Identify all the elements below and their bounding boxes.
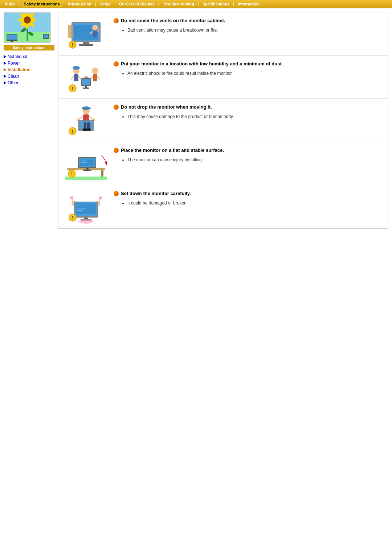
- svg-point-99: [79, 219, 93, 224]
- nav-information[interactable]: Information: [236, 1, 262, 7]
- svg-rect-17: [11, 41, 13, 42]
- instruction-image-2: !: [64, 61, 108, 93]
- svg-text:!: !: [72, 215, 73, 220]
- svg-line-46: [91, 76, 93, 80]
- orange-dot: [114, 18, 119, 23]
- nav-safety-instructions[interactable]: Safety Instructions: [22, 1, 62, 7]
- sidebar-item-notational[interactable]: Notational: [4, 53, 54, 60]
- orange-dot: [114, 191, 119, 196]
- svg-line-60: [89, 116, 93, 119]
- svg-point-6: [26, 24, 29, 29]
- orange-dot: [114, 61, 119, 66]
- svg-rect-90: [99, 197, 102, 199]
- svg-text:!: !: [72, 86, 73, 91]
- arrow-icon: [4, 68, 6, 72]
- sidebar: Safety Instructions Notational Power Ins…: [4, 12, 54, 229]
- svg-point-27: [92, 25, 98, 31]
- svg-rect-44: [93, 74, 97, 81]
- svg-rect-26: [68, 25, 73, 38]
- svg-line-59: [79, 116, 83, 119]
- svg-point-68: [86, 128, 91, 131]
- instruction-title-5: Set down the monitor carefully.: [114, 190, 382, 197]
- instruction-bullet-3: This may cause damage to the product or …: [122, 113, 382, 120]
- svg-rect-93: [76, 203, 96, 214]
- instruction-bullet-5: It could be damaged or broken.: [122, 200, 382, 206]
- svg-point-7: [18, 19, 23, 21]
- svg-rect-28: [93, 31, 97, 37]
- svg-rect-89: [70, 197, 73, 199]
- instruction-bullet-4: The monitor can cause injury by falling.: [122, 157, 382, 163]
- nav-index[interactable]: Index: [3, 1, 18, 7]
- svg-line-39: [71, 76, 74, 80]
- instruction-image-1: !: [64, 17, 108, 50]
- navbar: Index | Safety Instructions | Introducti…: [0, 0, 392, 8]
- svg-rect-19: [44, 35, 48, 38]
- nav-troubleshooting[interactable]: Troubleshooting: [161, 1, 196, 7]
- instruction-bullet-1: Bad ventilation may cause a breakdown or…: [122, 27, 382, 33]
- nav-setup[interactable]: Setup: [98, 1, 113, 7]
- instruction-image-3: !: [64, 104, 108, 137]
- instruction-image-5: !: [64, 190, 108, 223]
- orange-dot: [114, 148, 119, 153]
- instruction-text-1: Do not cover the vents on the monitor ca…: [114, 17, 382, 33]
- nav-introduction[interactable]: Introduction: [66, 1, 93, 7]
- instruction-text-2: Put your monitor in a location with low …: [114, 61, 382, 77]
- svg-rect-16: [7, 35, 17, 40]
- sidebar-item-other[interactable]: Other: [4, 80, 54, 86]
- svg-point-4: [24, 16, 31, 24]
- sidebar-hero-image: [4, 12, 51, 43]
- svg-text:!: !: [72, 42, 73, 48]
- instruction-image-4: !: [64, 147, 108, 180]
- svg-rect-38: [73, 66, 79, 69]
- sidebar-label: Safety Instructions: [4, 45, 54, 50]
- instruction-text-4: Place the monitor on a flat and stable s…: [114, 147, 382, 163]
- svg-text:!: !: [71, 171, 73, 177]
- instruction-text-3: Do not drop the monitor when moving it. …: [114, 104, 382, 120]
- arrow-icon: [4, 74, 6, 78]
- svg-rect-97: [84, 218, 88, 219]
- instruction-title-3: Do not drop the monitor when moving it.: [114, 104, 382, 110]
- sidebar-item-installation[interactable]: Installation: [4, 66, 54, 73]
- arrow-icon: [4, 61, 6, 65]
- instruction-text-5: Set down the monitor carefully. It could…: [114, 190, 382, 206]
- svg-line-40: [78, 76, 81, 80]
- svg-rect-57: [88, 108, 91, 109]
- sidebar-item-power[interactable]: Power: [4, 60, 54, 66]
- nav-osd[interactable]: On-Screen Display: [117, 1, 157, 7]
- svg-line-45: [97, 76, 99, 80]
- svg-rect-50: [85, 86, 87, 88]
- content-area: ! Do not cover the vents on the monitor …: [58, 12, 388, 229]
- instruction-row-3: ! Do not drop the monitor when moving it…: [58, 99, 388, 142]
- svg-text:!: !: [72, 129, 73, 134]
- svg-rect-36: [74, 74, 78, 81]
- sidebar-item-clean[interactable]: Clean: [4, 73, 54, 80]
- svg-rect-80: [83, 170, 91, 171]
- arrow-icon: [4, 81, 6, 85]
- orange-dot: [114, 105, 119, 110]
- sidebar-nav: Notational Power Installation Clean Othe…: [4, 53, 54, 86]
- svg-point-43: [92, 68, 98, 74]
- instruction-title-1: Do not cover the vents on the monitor ca…: [114, 17, 382, 24]
- instruction-row-1: ! Do not cover the vents on the monitor …: [58, 12, 388, 56]
- instruction-title-2: Put your monitor in a location with low …: [114, 61, 382, 67]
- main-container: Safety Instructions Notational Power Ins…: [0, 8, 392, 232]
- svg-rect-31: [83, 42, 89, 44]
- instruction-bullet-2: An electric shock or fire could result i…: [122, 70, 382, 77]
- instruction-row-4: ! Place the monitor on a flat and stable…: [58, 142, 388, 185]
- instruction-row-2: ! Put your monitor in a location with lo…: [58, 56, 388, 99]
- svg-point-8: [31, 19, 36, 21]
- svg-rect-32: [79, 44, 93, 46]
- svg-rect-51: [83, 88, 89, 89]
- instruction-row-5: ! Set down the monitor carefully. It cou…: [58, 185, 388, 228]
- svg-rect-76: [80, 159, 94, 166]
- nav-specifications[interactable]: Specifications: [200, 1, 232, 7]
- arrow-icon: [4, 55, 6, 58]
- svg-rect-49: [82, 79, 90, 85]
- instruction-title-4: Place the monitor on a flat and stable s…: [114, 147, 382, 154]
